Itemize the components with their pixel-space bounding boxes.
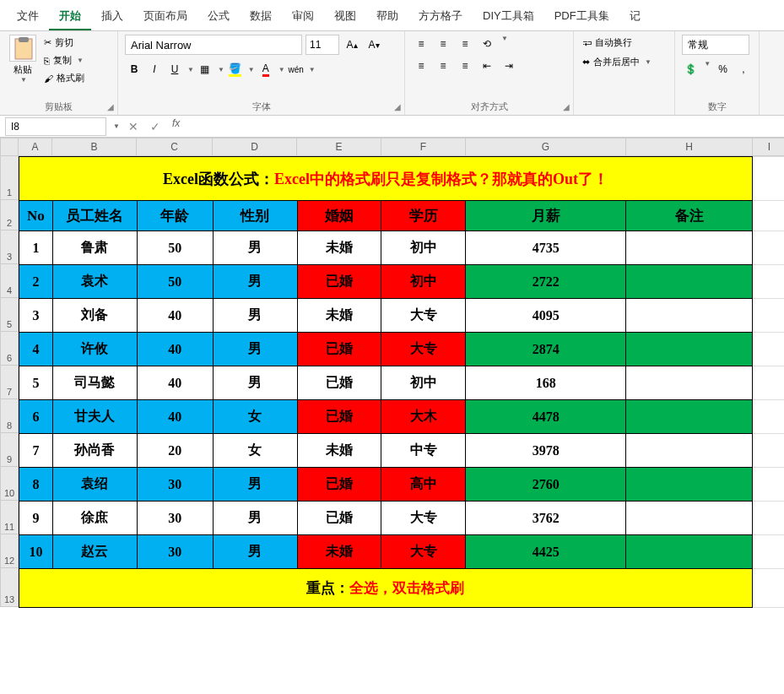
cell-r6-c2[interactable]: 20: [137, 434, 213, 468]
cell-r6-c0[interactable]: 7: [19, 434, 53, 468]
row-header-8[interactable]: 8: [0, 399, 19, 433]
cell-r0-c7[interactable]: [626, 231, 753, 265]
cell-r7-c7[interactable]: [626, 468, 753, 502]
cell-r6-c5[interactable]: 中专: [381, 434, 466, 468]
title-cell[interactable]: Excel函数公式：Excel中的格式刷只是复制格式？那就真的Out了！: [19, 157, 753, 201]
cell-r5-c4[interactable]: 已婚: [297, 400, 381, 434]
cell-r3-c1[interactable]: 许攸: [52, 333, 137, 366]
row-header-6[interactable]: 6: [0, 332, 19, 366]
col-header-F[interactable]: F: [381, 138, 466, 156]
phonetic-button[interactable]: wén: [287, 60, 305, 79]
footer-cell[interactable]: 重点：全选，双击格式刷: [19, 569, 753, 608]
orientation-button[interactable]: ⟲: [478, 35, 496, 53]
cell-r8-c2[interactable]: 30: [137, 502, 213, 535]
col-header-A[interactable]: A: [19, 138, 52, 156]
cell-r2-c5[interactable]: 大专: [381, 299, 466, 333]
col-header-G[interactable]: G: [466, 138, 626, 156]
chevron-down-icon[interactable]: ▼: [248, 66, 255, 73]
cell-r5-c5[interactable]: 大木: [381, 400, 466, 434]
cell-r9-c3[interactable]: 男: [213, 535, 297, 569]
cell-I13[interactable]: [752, 569, 784, 608]
cell-r2-c2[interactable]: 40: [137, 299, 213, 333]
cell-r4-c6[interactable]: 168: [466, 366, 626, 400]
col-header-I[interactable]: I: [753, 138, 784, 156]
col-header-D[interactable]: D: [213, 138, 297, 156]
row-header-11[interactable]: 11: [0, 501, 19, 534]
font-color-button[interactable]: A: [257, 60, 275, 79]
cell-r0-c6[interactable]: 4735: [466, 231, 626, 265]
cell-r9-c4[interactable]: 未婚: [297, 535, 381, 569]
cancel-formula-button[interactable]: ✕: [123, 117, 143, 136]
align-center-button[interactable]: ≡: [434, 57, 452, 75]
cell-r3-c2[interactable]: 40: [137, 333, 213, 366]
cell-I4[interactable]: [752, 265, 784, 299]
cell-r6-c6[interactable]: 3978: [466, 434, 626, 468]
header-cell-6[interactable]: 月薪: [466, 201, 626, 231]
cell-r5-c6[interactable]: 4478: [466, 400, 626, 434]
cell-r2-c4[interactable]: 未婚: [297, 299, 381, 333]
cell-r3-c6[interactable]: 2874: [466, 333, 626, 366]
decrease-indent-button[interactable]: ⇤: [478, 57, 496, 75]
cell-r8-c0[interactable]: 9: [19, 502, 53, 535]
cell-r1-c1[interactable]: 袁术: [52, 265, 137, 299]
row-header-12[interactable]: 12: [0, 534, 19, 568]
cell-I12[interactable]: [752, 535, 784, 569]
dialog-launcher-icon[interactable]: ◢: [394, 102, 401, 111]
cell-r6-c1[interactable]: 孙尚香: [52, 434, 137, 468]
cell-r6-c3[interactable]: 女: [213, 434, 297, 468]
percent-button[interactable]: %: [714, 60, 731, 79]
confirm-formula-button[interactable]: ✓: [145, 117, 165, 136]
align-top-button[interactable]: ≡: [412, 35, 430, 53]
cell-I7[interactable]: [752, 366, 784, 400]
cell-r7-c5[interactable]: 高中: [381, 468, 466, 502]
cell-r0-c2[interactable]: 50: [137, 231, 213, 265]
select-all-corner[interactable]: [0, 138, 19, 156]
copy-button[interactable]: ⎘复制▼: [42, 52, 86, 68]
cell-r8-c4[interactable]: 已婚: [297, 502, 381, 535]
cell-r1-c2[interactable]: 50: [137, 265, 213, 299]
cell-I11[interactable]: [752, 502, 784, 535]
cell-r7-c2[interactable]: 30: [137, 468, 213, 502]
bold-button[interactable]: B: [125, 60, 143, 79]
dialog-launcher-icon[interactable]: ◢: [107, 102, 114, 111]
cell-r0-c0[interactable]: 1: [19, 231, 53, 265]
header-cell-7[interactable]: 备注: [626, 201, 753, 231]
wrap-text-button[interactable]: ⮒自动换行: [581, 35, 668, 51]
cell-I3[interactable]: [752, 231, 784, 265]
cell-r4-c4[interactable]: 已婚: [297, 366, 381, 400]
cell-r2-c6[interactable]: 4095: [466, 299, 626, 333]
cell-r4-c0[interactable]: 5: [19, 366, 53, 400]
cell-r9-c1[interactable]: 赵云: [52, 535, 137, 569]
align-bottom-button[interactable]: ≡: [456, 35, 474, 53]
cell-r1-c6[interactable]: 2722: [466, 265, 626, 299]
cell-I1[interactable]: [752, 157, 784, 201]
header-cell-2[interactable]: 年龄: [137, 201, 213, 231]
increase-indent-button[interactable]: ⇥: [500, 57, 518, 75]
cell-r2-c7[interactable]: [626, 299, 753, 333]
row-header-5[interactable]: 5: [0, 298, 19, 332]
cell-r6-c4[interactable]: 未婚: [297, 434, 381, 468]
cell-I5[interactable]: [752, 299, 784, 333]
menu-item-1[interactable]: 开始: [49, 3, 91, 30]
header-cell-0[interactable]: No: [19, 201, 53, 231]
cell-r7-c4[interactable]: 已婚: [297, 468, 381, 502]
cell-r8-c1[interactable]: 徐庶: [52, 502, 137, 535]
cell-r1-c4[interactable]: 已婚: [297, 265, 381, 299]
cell-I8[interactable]: [752, 400, 784, 434]
cell-r1-c7[interactable]: [626, 265, 753, 299]
cell-r3-c0[interactable]: 4: [19, 333, 53, 366]
cell-I10[interactable]: [752, 468, 784, 502]
row-header-3[interactable]: 3: [0, 230, 19, 264]
format-painter-button[interactable]: 🖌格式刷: [42, 70, 86, 86]
decrease-font-button[interactable]: A▾: [365, 35, 383, 54]
chevron-down-icon[interactable]: ▼: [704, 60, 711, 79]
accounting-format-button[interactable]: 💲: [682, 60, 699, 79]
cell-r8-c5[interactable]: 大专: [381, 502, 466, 535]
cell-r3-c4[interactable]: 已婚: [297, 333, 381, 366]
font-name-select[interactable]: [125, 35, 302, 55]
cell-r4-c3[interactable]: 男: [213, 366, 297, 400]
row-header-1[interactable]: 1: [0, 156, 19, 200]
align-middle-button[interactable]: ≡: [434, 35, 452, 53]
comma-button[interactable]: ,: [735, 60, 752, 79]
paste-button[interactable]: 粘贴 ▼: [7, 35, 39, 95]
